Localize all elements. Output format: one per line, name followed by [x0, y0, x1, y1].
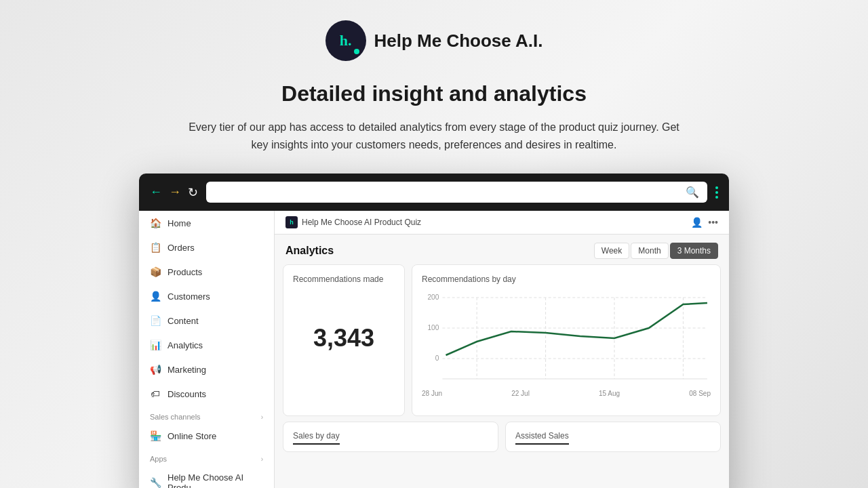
- home-icon: 🏠: [150, 218, 161, 228]
- sales-channels-section: Sales channels ›: [139, 406, 274, 424]
- sidebar-item-marketing[interactable]: 📢 Marketing: [139, 357, 274, 382]
- charts-row: Recommendations made 3,343 Recommendatio…: [275, 264, 729, 416]
- x-label-jul: 22 Jul: [511, 390, 530, 397]
- reload-button[interactable]: ↻: [188, 185, 198, 200]
- chart-x-labels: 28 Jun 22 Jul 15 Aug 08 Sep: [422, 388, 711, 397]
- sales-channels-label: Sales channels: [150, 413, 201, 421]
- back-button[interactable]: ←: [150, 185, 162, 199]
- headline: Detailed insight and analytics: [281, 81, 587, 106]
- apps-chevron: ›: [261, 455, 263, 463]
- sidebar-online-store-label: Online Store: [167, 431, 216, 441]
- sidebar-analytics-label: Analytics: [167, 340, 203, 350]
- logo-section: h. Help Me Choose A.I.: [326, 20, 543, 61]
- logo-icon: h.: [326, 20, 366, 61]
- recommendations-made-title: Recommendations made: [293, 274, 395, 284]
- sidebar-item-analytics[interactable]: 📊 Analytics: [139, 333, 274, 357]
- menu-dot-3: [715, 196, 718, 199]
- address-bar[interactable]: 🔍: [206, 182, 707, 203]
- user-icon: 👤: [691, 217, 703, 228]
- chart-area: 200 100 0 28 Jun 22 Jul 15 Aug 08 Sep: [422, 291, 711, 406]
- browser-navigation: ← → ↻: [150, 185, 198, 200]
- main-area: h Help Me Choose AI Product Quiz 👤 ••• A…: [275, 211, 729, 488]
- sidebar-customers-label: Customers: [167, 291, 210, 302]
- chart-title: Recommendations by day: [422, 274, 711, 284]
- sidebar-app-label: Help Me Choose AI Produ...: [167, 472, 263, 488]
- sidebar-item-products[interactable]: 📦 Products: [139, 260, 274, 284]
- sidebar-item-app[interactable]: 🔧 Help Me Choose AI Produ...: [139, 466, 274, 488]
- browser-mockup: ← → ↻ 🔍 🏠 Home 📋 Orders 📦: [139, 174, 729, 488]
- menu-dot-1: [715, 186, 718, 189]
- content-icon: 📄: [150, 315, 161, 326]
- svg-text:0: 0: [435, 354, 439, 362]
- line-chart-svg: 200 100 0: [422, 291, 711, 386]
- sidebar-discounts-label: Discounts: [167, 389, 206, 399]
- analytics-header: Analytics Week Month 3 Months: [275, 235, 729, 264]
- marketing-icon: 📢: [150, 364, 161, 375]
- customers-icon: 👤: [150, 291, 161, 302]
- logo-letter: h.: [340, 32, 352, 49]
- analytics-icon: 📊: [150, 340, 161, 350]
- online-store-icon: 🏪: [150, 430, 161, 441]
- logo-name: Help Me Choose A.I.: [374, 30, 543, 52]
- sales-by-day-title: Sales by day: [293, 431, 340, 445]
- three-months-filter-button[interactable]: 3 Months: [670, 243, 718, 259]
- discounts-icon: 🏷: [150, 388, 161, 399]
- orders-icon: 📋: [150, 242, 161, 253]
- app-item-icon: 🔧: [150, 477, 161, 488]
- sales-by-day-card: Sales by day: [283, 422, 498, 452]
- address-input[interactable]: [214, 187, 686, 198]
- sidebar: 🏠 Home 📋 Orders 📦 Products 👤 Customers 📄…: [139, 211, 275, 488]
- app-badge-icon: h: [285, 216, 298, 228]
- search-icon: 🔍: [686, 186, 699, 199]
- recommendations-made-card: Recommendations made 3,343: [283, 264, 405, 416]
- products-icon: 📦: [150, 266, 161, 277]
- sidebar-item-content[interactable]: 📄 Content: [139, 308, 274, 333]
- svg-text:200: 200: [427, 293, 439, 301]
- sidebar-content-label: Content: [167, 316, 199, 326]
- forward-button[interactable]: →: [169, 185, 181, 199]
- sidebar-item-online-store[interactable]: 🏪 Online Store: [139, 424, 274, 448]
- app-content: 🏠 Home 📋 Orders 📦 Products 👤 Customers 📄…: [139, 211, 729, 488]
- logo-dot: [354, 49, 359, 54]
- month-filter-button[interactable]: Month: [631, 243, 668, 259]
- sidebar-item-orders[interactable]: 📋 Orders: [139, 235, 274, 260]
- bottom-cards-row: Sales by day Assisted Sales: [275, 416, 729, 452]
- svg-text:100: 100: [427, 324, 439, 331]
- app-badge: h Help Me Choose AI Product Quiz: [285, 216, 421, 228]
- sales-channels-chevron: ›: [261, 413, 263, 421]
- time-filters: Week Month 3 Months: [594, 243, 718, 259]
- assisted-sales-title: Assisted Sales: [515, 431, 569, 445]
- analytics-title: Analytics: [285, 245, 334, 257]
- apps-section: Apps ›: [139, 448, 274, 466]
- sidebar-marketing-label: Marketing: [167, 365, 206, 375]
- week-filter-button[interactable]: Week: [594, 243, 629, 259]
- recommendations-made-value: 3,343: [293, 291, 395, 386]
- sidebar-home-label: Home: [167, 218, 191, 228]
- assisted-sales-card: Assisted Sales: [505, 422, 721, 452]
- recommendations-by-day-card: Recommendations by day: [412, 264, 721, 416]
- shopify-topbar: h Help Me Choose AI Product Quiz 👤 •••: [275, 211, 729, 235]
- sidebar-item-discounts[interactable]: 🏷 Discounts: [139, 382, 274, 406]
- browser-chrome-bar: ← → ↻ 🔍: [139, 174, 729, 211]
- x-label-sep: 08 Sep: [689, 390, 711, 397]
- sidebar-item-customers[interactable]: 👤 Customers: [139, 284, 274, 308]
- subtext: Every tier of our app has access to deta…: [180, 119, 688, 153]
- sidebar-item-home[interactable]: 🏠 Home: [139, 211, 274, 235]
- sidebar-orders-label: Orders: [167, 243, 195, 253]
- more-options-icon[interactable]: •••: [708, 217, 718, 228]
- sidebar-products-label: Products: [167, 267, 202, 277]
- menu-dot-2: [715, 191, 718, 194]
- x-label-aug: 15 Aug: [599, 390, 620, 397]
- x-label-jun: 28 Jun: [422, 390, 442, 397]
- browser-menu-dots[interactable]: [715, 186, 718, 199]
- topbar-actions: 👤 •••: [691, 217, 718, 228]
- app-name: Help Me Choose AI Product Quiz: [302, 218, 421, 227]
- apps-section-label: Apps: [150, 455, 167, 463]
